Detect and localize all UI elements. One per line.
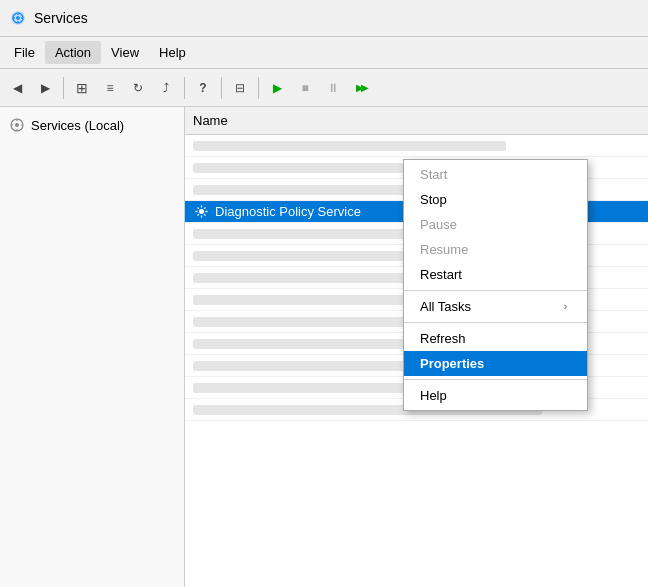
- view-button[interactable]: ⊟: [227, 75, 253, 101]
- list-button[interactable]: ≡: [97, 75, 123, 101]
- title-bar: Services: [0, 0, 648, 37]
- services-local-icon: [8, 116, 26, 134]
- menu-action[interactable]: Action: [45, 41, 101, 64]
- sidebar-item-services-local[interactable]: Services (Local): [0, 111, 184, 139]
- name-column-header: Name: [193, 113, 228, 128]
- menu-view[interactable]: View: [101, 41, 149, 64]
- blurred-name: [193, 141, 506, 151]
- highlighted-service-name: Diagnostic Policy Service: [215, 204, 361, 219]
- ctx-separator-2: [404, 322, 587, 323]
- services-panel: Name: [185, 107, 648, 587]
- services-icon: [8, 8, 28, 28]
- ctx-restart-label: Restart: [420, 267, 462, 282]
- main-area: Services (Local) Name: [0, 107, 648, 587]
- service-gear-icon: [193, 204, 209, 220]
- refresh-toolbar-button[interactable]: ↻: [125, 75, 151, 101]
- blurred-name: [193, 273, 417, 283]
- ctx-pause[interactable]: Pause: [404, 212, 587, 237]
- show-hide-button[interactable]: ⊞: [69, 75, 95, 101]
- resume-button[interactable]: ▶▶: [348, 75, 374, 101]
- toolbar-separator-1: [63, 77, 64, 99]
- ctx-start-label: Start: [420, 167, 447, 182]
- ctx-restart[interactable]: Restart: [404, 262, 587, 287]
- ctx-resume[interactable]: Resume: [404, 237, 587, 262]
- ctx-alltasks[interactable]: All Tasks ›: [404, 294, 587, 319]
- help-toolbar-button[interactable]: ?: [190, 75, 216, 101]
- ctx-alltasks-label: All Tasks: [420, 299, 471, 314]
- ctx-refresh[interactable]: Refresh: [404, 326, 587, 351]
- back-button[interactable]: ◀: [4, 75, 30, 101]
- window-title: Services: [34, 10, 88, 26]
- ctx-stop-label: Stop: [420, 192, 447, 207]
- svg-point-2: [16, 16, 20, 20]
- ctx-alltasks-arrow: ›: [564, 301, 567, 312]
- ctx-properties-label: Properties: [420, 356, 484, 371]
- ctx-separator-1: [404, 290, 587, 291]
- toolbar: ◀ ▶ ⊞ ≡ ↻ ⤴ ? ⊟ ▶ ■ ⏸ ▶▶: [0, 69, 648, 107]
- menu-help[interactable]: Help: [149, 41, 196, 64]
- toolbar-separator-3: [221, 77, 222, 99]
- sidebar-label: Services (Local): [31, 118, 124, 133]
- ctx-start[interactable]: Start: [404, 162, 587, 187]
- ctx-stop[interactable]: Stop: [404, 187, 587, 212]
- column-header: Name: [185, 107, 648, 135]
- svg-point-4: [15, 123, 19, 127]
- play-button[interactable]: ▶: [264, 75, 290, 101]
- menu-bar: File Action View Help: [0, 37, 648, 69]
- svg-point-5: [199, 209, 204, 214]
- ctx-separator-3: [404, 379, 587, 380]
- export-button[interactable]: ⤴: [153, 75, 179, 101]
- pause-button[interactable]: ⏸: [320, 75, 346, 101]
- ctx-properties[interactable]: Properties: [404, 351, 587, 376]
- toolbar-separator-4: [258, 77, 259, 99]
- ctx-help-label: Help: [420, 388, 447, 403]
- toolbar-separator-2: [184, 77, 185, 99]
- list-item[interactable]: [185, 135, 648, 157]
- forward-button[interactable]: ▶: [32, 75, 58, 101]
- context-menu: Start Stop Pause Resume Restart All Task…: [403, 159, 588, 411]
- ctx-resume-label: Resume: [420, 242, 468, 257]
- sidebar: Services (Local): [0, 107, 185, 587]
- row-content: [193, 141, 640, 151]
- stop-button[interactable]: ■: [292, 75, 318, 101]
- ctx-pause-label: Pause: [420, 217, 457, 232]
- menu-file[interactable]: File: [4, 41, 45, 64]
- ctx-refresh-label: Refresh: [420, 331, 466, 346]
- blurred-name: [193, 163, 439, 173]
- ctx-help[interactable]: Help: [404, 383, 587, 408]
